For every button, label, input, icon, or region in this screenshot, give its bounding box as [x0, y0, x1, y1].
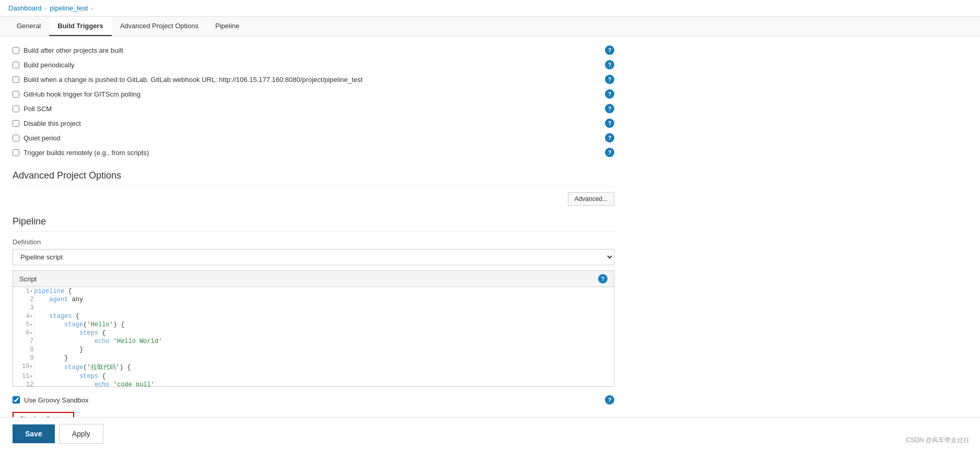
checkbox-label-build-after: Build after other projects are built: [24, 46, 123, 54]
code-line: 9 }: [13, 354, 614, 362]
checkbox-row-build-periodically: Build periodically ?: [13, 57, 614, 72]
checkbox-label-quiet-period: Quiet period: [24, 134, 61, 142]
apply-button[interactable]: Apply: [59, 424, 103, 444]
advanced-button[interactable]: Advanced...: [568, 192, 614, 206]
checkbox-gitlab[interactable]: [13, 76, 19, 83]
code-line: 5▾ stage('Hello') {: [13, 321, 614, 329]
checkbox-row-gitlab: Build when a change is pushed to GitLab.…: [13, 72, 614, 87]
checkbox-row-build-after: Build after other projects are built ?: [13, 43, 614, 57]
checkbox-github-hook[interactable]: [13, 91, 19, 98]
checkbox-row-poll-scm: Poll SCM ?: [13, 101, 614, 116]
help-icon-poll-scm[interactable]: ?: [605, 104, 614, 113]
code-line: 7 echo 'Hello World': [13, 337, 614, 346]
groovy-sandbox-checkbox[interactable]: [13, 396, 20, 404]
code-table: 1▾pipeline {2 agent any34▾ stages {5▾ st…: [13, 287, 614, 386]
help-icon-gitlab[interactable]: ?: [605, 75, 614, 84]
tab-general[interactable]: General: [8, 17, 49, 36]
help-icon-build-after[interactable]: ?: [605, 45, 614, 55]
pipeline-heading: Pipeline: [13, 216, 614, 232]
checkbox-disable-project[interactable]: [13, 120, 19, 127]
breadcrumb-sep1: ›: [45, 5, 47, 11]
checkbox-row-disable-project: Disable this project ?: [13, 116, 614, 131]
save-button[interactable]: Save: [13, 424, 55, 443]
breadcrumb-home[interactable]: Dashboard: [8, 4, 42, 12]
code-line: 2 agent any: [13, 295, 614, 304]
code-editor[interactable]: 1▾pipeline {2 agent any34▾ stages {5▾ st…: [13, 287, 614, 386]
tab-build-triggers[interactable]: Build Triggers: [49, 17, 111, 36]
breadcrumb: Dashboard › pipeline_test ›: [0, 0, 980, 17]
code-line: 3: [13, 304, 614, 312]
checkbox-row-github-hook: GitHub hook trigger for GITScm polling ?: [13, 87, 614, 101]
code-line: 10▾ stage('拉取代码') {: [13, 362, 614, 372]
checkbox-poll-scm[interactable]: [13, 105, 19, 112]
advanced-project-options-heading: Advanced Project Options: [13, 170, 614, 186]
groovy-sandbox-row: Use Groovy Sandbox ?: [13, 392, 614, 408]
code-line: 4▾ stages {: [13, 312, 614, 321]
checkbox-label-poll-scm: Poll SCM: [24, 105, 52, 113]
checkbox-label-gitlab: Build when a change is pushed to GitLab.…: [24, 76, 363, 84]
bottom-bar: Save Apply: [0, 417, 980, 450]
checkbox-label-build-periodically: Build periodically: [24, 61, 75, 69]
checkbox-build-periodically[interactable]: [13, 62, 19, 68]
watermark: CSDN @风车带走过往: [906, 436, 970, 445]
code-line: 6▾ steps {: [13, 329, 614, 337]
checkbox-row-quiet-period: Quiet period ?: [13, 131, 614, 145]
help-icon-github-hook[interactable]: ?: [605, 89, 614, 99]
tabs-bar: General Build Triggers Advanced Project …: [0, 17, 980, 37]
checkbox-label-github-hook: GitHub hook trigger for GITScm polling: [24, 90, 141, 98]
definition-select[interactable]: Pipeline script: [13, 249, 614, 265]
definition-label: Definition: [13, 238, 614, 246]
script-section: Script ? 1▾pipeline {2 agent any34▾ stag…: [13, 270, 614, 387]
help-icon-build-periodically[interactable]: ?: [605, 60, 614, 69]
help-icon-trigger-remotely[interactable]: ?: [605, 148, 614, 157]
checkbox-trigger-remotely[interactable]: [13, 149, 19, 156]
help-icon-disable-project[interactable]: ?: [605, 119, 614, 128]
breadcrumb-project[interactable]: pipeline_test: [50, 4, 88, 12]
tab-pipeline[interactable]: Pipeline: [207, 17, 248, 36]
breadcrumb-sep2: ›: [91, 5, 93, 11]
code-line: 11▾ steps {: [13, 372, 614, 381]
code-line: 8 }: [13, 346, 614, 354]
help-icon-groovy[interactable]: ?: [605, 395, 614, 405]
groovy-sandbox-label: Use Groovy Sandbox: [24, 396, 89, 404]
checkbox-label-trigger-remotely: Trigger builds remotely (e.g., from scri…: [24, 149, 149, 157]
checkbox-build-after[interactable]: [13, 47, 19, 54]
code-line: 1▾pipeline {: [13, 287, 614, 295]
code-line: 12 echo 'code pull': [13, 381, 614, 386]
build-triggers-section: Build after other projects are built ? B…: [13, 43, 614, 160]
checkbox-label-disable-project: Disable this project: [24, 120, 81, 127]
script-label: Script: [19, 275, 37, 283]
checkbox-row-trigger-remotely: Trigger builds remotely (e.g., from scri…: [13, 145, 614, 160]
help-icon-quiet-period[interactable]: ?: [605, 133, 614, 143]
tab-advanced-project-options[interactable]: Advanced Project Options: [112, 17, 207, 36]
help-icon-script[interactable]: ?: [598, 274, 608, 283]
checkbox-quiet-period[interactable]: [13, 135, 19, 141]
